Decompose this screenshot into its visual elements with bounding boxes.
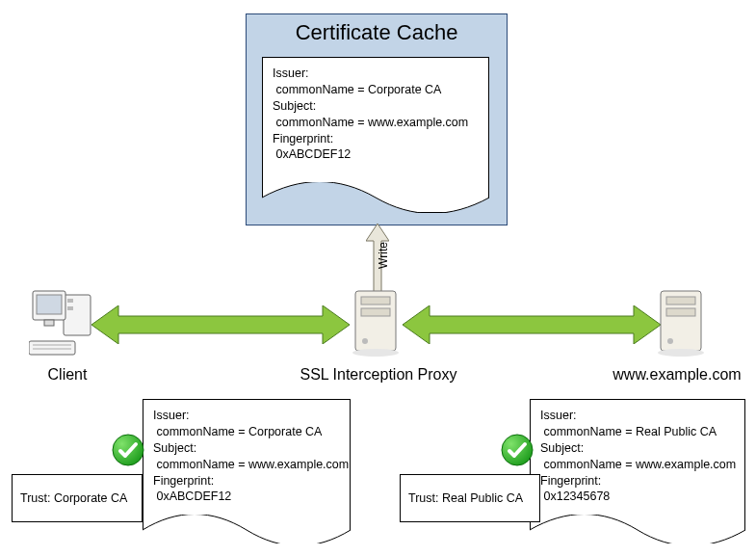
svg-point-13 xyxy=(352,349,399,357)
svg-rect-15 xyxy=(666,297,695,304)
cert-wave-icon xyxy=(143,515,351,545)
check-badge-icon xyxy=(112,434,144,466)
double-arrow-right-icon xyxy=(403,305,661,344)
svg-rect-4 xyxy=(37,295,62,314)
diagram-stage: Certificate Cache Issuer: commonName = C… xyxy=(0,0,756,556)
check-badge-icon xyxy=(501,434,534,466)
certificate-cache-box: Certificate Cache Issuer: commonName = C… xyxy=(246,13,508,225)
right-cert-text: Issuer: commonName = Real Public CA Subj… xyxy=(540,408,736,505)
cache-cert-text: Issuer: commonName = Corporate CA Subjec… xyxy=(273,66,468,163)
left-cert-text: Issuer: commonName = Corporate CA Subjec… xyxy=(153,408,349,505)
certificate-cache-title: Certificate Cache xyxy=(247,14,507,47)
client-computer-icon xyxy=(29,289,96,358)
proxy-server-icon xyxy=(350,289,402,358)
svg-rect-21 xyxy=(530,543,745,545)
double-arrow-left-icon xyxy=(91,305,350,344)
svg-rect-16 xyxy=(666,308,695,316)
client-label: Client xyxy=(29,366,106,384)
svg-point-17 xyxy=(667,338,673,344)
right-trust-box: Trust: Real Public CA xyxy=(400,474,540,522)
server-label: www.example.com xyxy=(595,366,756,384)
svg-rect-19 xyxy=(143,543,351,545)
svg-rect-5 xyxy=(44,320,54,326)
svg-rect-2 xyxy=(67,306,73,310)
write-arrow-label: Write xyxy=(377,242,390,269)
svg-rect-11 xyxy=(361,308,390,316)
svg-point-18 xyxy=(658,349,704,357)
cache-cert-doc: Issuer: commonName = Corporate CA Subjec… xyxy=(262,57,489,213)
left-trust-box: Trust: Corporate CA xyxy=(12,474,143,522)
proxy-label: SSL Interception Proxy xyxy=(297,366,460,384)
svg-point-12 xyxy=(362,338,368,344)
left-cert-doc: Issuer: commonName = Corporate CA Subjec… xyxy=(143,399,351,545)
server-icon xyxy=(655,289,707,358)
right-trust-text: Trust: Real Public CA xyxy=(408,491,523,505)
right-cert-doc: Issuer: commonName = Real Public CA Subj… xyxy=(530,399,745,545)
svg-rect-1 xyxy=(67,299,73,303)
left-trust-text: Trust: Corporate CA xyxy=(20,491,127,505)
cert-wave-icon xyxy=(530,515,745,545)
svg-rect-10 xyxy=(361,297,390,304)
cert-wave-icon xyxy=(262,182,489,213)
svg-rect-6 xyxy=(29,341,75,355)
